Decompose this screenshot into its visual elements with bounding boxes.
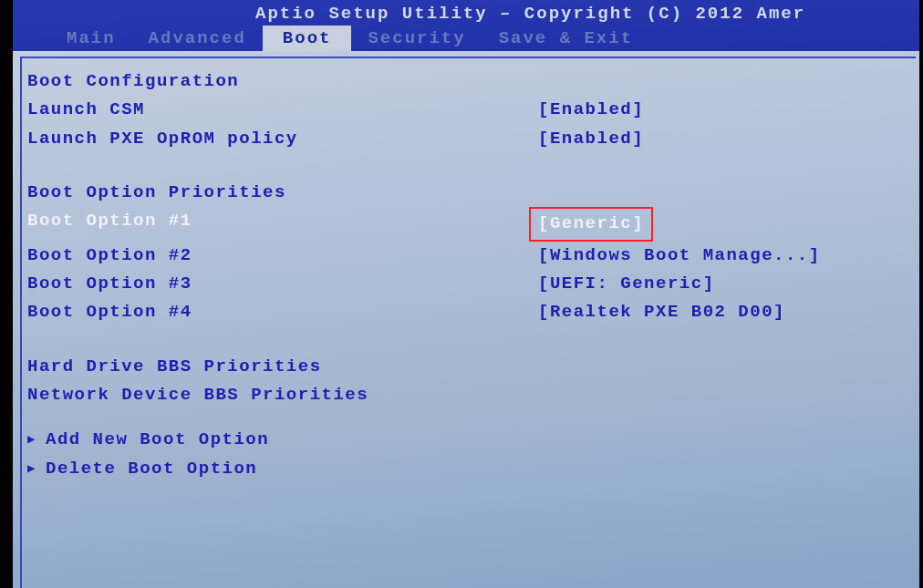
bios-screen: Aptio Setup Utility – Copyright (C) 2012… <box>0 0 923 588</box>
boot-option-3-label: Boot Option #3 <box>27 270 538 298</box>
highlight-box: [Generic] <box>529 207 653 241</box>
launch-pxe-value: [Enabled] <box>538 125 896 153</box>
boot-option-3-value: [UEFI: Generic] <box>538 270 896 298</box>
boot-option-3-row[interactable]: Boot Option #3 [UEFI: Generic] <box>27 270 896 298</box>
tab-save-exit[interactable]: Save & Exit <box>482 26 649 51</box>
spacer <box>27 153 896 179</box>
delete-boot-option[interactable]: Delete Boot Option <box>27 455 896 483</box>
tab-bar: Main Advanced Boot Security Save & Exit <box>0 26 923 51</box>
boot-option-2-value: [Windows Boot Manage...] <box>538 242 896 270</box>
spacer <box>27 409 896 426</box>
tab-security[interactable]: Security <box>351 26 482 51</box>
tab-advanced[interactable]: Advanced <box>132 26 263 51</box>
boot-option-1-value: [Generic] <box>538 213 644 233</box>
launch-csm-value: [Enabled] <box>538 96 896 124</box>
launch-pxe-row[interactable]: Launch PXE OpROM policy [Enabled] <box>27 125 896 153</box>
boot-option-4-label: Boot Option #4 <box>27 298 538 326</box>
header: Aptio Setup Utility – Copyright (C) 2012… <box>0 0 923 51</box>
launch-pxe-label: Launch PXE OpROM policy <box>27 125 538 153</box>
content-area: Boot Configuration Launch CSM [Enabled] … <box>0 51 923 500</box>
tab-main[interactable]: Main <box>50 26 132 51</box>
boot-configuration-title: Boot Configuration <box>27 67 896 96</box>
launch-csm-label: Launch CSM <box>27 96 538 124</box>
launch-csm-row[interactable]: Launch CSM [Enabled] <box>27 96 896 124</box>
boot-priorities-title: Boot Option Priorities <box>27 179 896 207</box>
boot-option-1-value-cell: [Generic] <box>538 207 896 241</box>
boot-option-4-row[interactable]: Boot Option #4 [Realtek PXE B02 D00] <box>27 298 896 326</box>
title-bar: Aptio Setup Utility – Copyright (C) 2012… <box>0 4 923 26</box>
boot-option-4-value: [Realtek PXE B02 D00] <box>538 298 896 326</box>
add-new-boot-option[interactable]: Add New Boot Option <box>27 426 896 454</box>
boot-option-1-row[interactable]: Boot Option #1 [Generic] <box>27 207 896 241</box>
edge-left <box>0 0 13 588</box>
spacer <box>27 327 896 353</box>
hard-drive-bbs[interactable]: Hard Drive BBS Priorities <box>27 353 896 381</box>
boot-option-2-label: Boot Option #2 <box>27 242 538 270</box>
boot-option-2-row[interactable]: Boot Option #2 [Windows Boot Manage...] <box>27 242 896 270</box>
edge-right <box>919 0 923 588</box>
tab-boot[interactable]: Boot <box>263 26 352 51</box>
network-device-bbs[interactable]: Network Device BBS Priorities <box>27 381 896 409</box>
boot-option-1-label: Boot Option #1 <box>27 207 538 241</box>
